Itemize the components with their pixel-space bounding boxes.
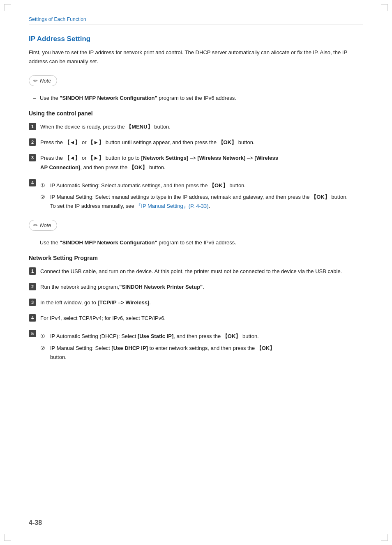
ns-step1-block: 1 Connect the USB cable, and turn on the… <box>29 267 363 276</box>
ns-step1-content: Connect the USB cable, and turn on the d… <box>40 267 363 276</box>
step1-suffix: button. <box>153 124 171 130</box>
step2-bold2: 【►】 <box>88 139 104 145</box>
ns-step5-sub1-bold2: 【OK】 <box>222 333 241 339</box>
page-num-rest: -38 <box>32 519 42 526</box>
note2-pencil-icon: ✏ <box>33 222 38 228</box>
step3-content: Press the 【◄】 or 【►】 button to go to [Ne… <box>40 154 363 172</box>
note1-bold: "SINDOH MFP Network Configuration" <box>60 95 157 101</box>
step4-sub1-num: ① <box>40 181 48 190</box>
ns-step2-bold: "SINDOH Network Printer Setup" <box>119 284 203 290</box>
note1-box: ✏ Note <box>29 75 57 86</box>
note2-bold: "SINDOH MFP Network Configuration" <box>60 239 157 246</box>
ns-step3-bold: [TCP/IP –> Wireless] <box>97 299 149 306</box>
step1-bold: 【MENU】 <box>126 124 152 130</box>
step4-sub2-extra-suffix: . <box>209 203 210 209</box>
ns-step3-num: 3 <box>29 299 36 306</box>
ns-step4-block: 4 For IPv4, select TCP/IPv4; for IPv6, s… <box>29 314 363 323</box>
step3-num: 3 <box>29 154 36 161</box>
step1-num: 1 <box>29 123 36 130</box>
ns-step5-sub1-bold1: [Use Static IP] <box>138 333 173 339</box>
ns-step1-num: 1 <box>29 267 36 275</box>
ns-step5-sub-steps: ① IP Automatic Setting (DHCP): Select [U… <box>40 332 363 361</box>
step4-sub1-bold: 【OK】 <box>209 182 228 189</box>
note2-section: ✏ Note – Use the "SINDOH MFP Network Con… <box>29 220 363 247</box>
note1-content: – Use the "SINDOH MFP Network Configurat… <box>29 94 363 103</box>
step4-sub2-extra-prefix: To set the IP address manually, see <box>50 203 136 209</box>
note1-text-suffix: program to set the IPv6 address. <box>157 95 236 101</box>
step3-bold2: 【►】 <box>88 155 104 161</box>
ns-step5-sub2-mid: to enter network settings, and then pres… <box>148 345 256 351</box>
note1-label: Note <box>40 78 51 84</box>
step2-mid2: button until settings appear, and then p… <box>104 139 218 145</box>
ns-step3-block: 3 In the left window, go to [TCP/IP –> W… <box>29 298 363 307</box>
ns-step5-sub2-prefix: IP Manual Setting: Select <box>50 345 111 351</box>
step3-bold6: 【OK】 <box>129 164 148 170</box>
step4-sub1: ① IP Automatic Setting: Select automatic… <box>40 181 363 190</box>
ns-step5-sub1-num: ① <box>40 332 48 341</box>
corner-bl <box>4 534 11 541</box>
step2-prefix: Press the <box>40 139 65 145</box>
ns-step5-sub2-bold1: [Use DHCP IP] <box>111 345 148 351</box>
step2-block: 2 Press the 【◄】 or 【►】 button until sett… <box>29 138 363 147</box>
step1-prefix: When the device is ready, press the <box>40 124 126 130</box>
ns-step3-suffix: . <box>149 299 151 306</box>
ns-step5-sub2: ② IP Manual Setting: Select [Use DHCP IP… <box>40 344 363 362</box>
page-number: 4-38 <box>29 519 42 527</box>
step4-block: 4 ① IP Automatic Setting: Select automat… <box>29 179 363 213</box>
step3-mid1: or <box>80 155 88 161</box>
step1-block: 1 When the device is ready, press the 【M… <box>29 122 363 131</box>
step4-sub1-prefix: IP Automatic Setting: Select automatic s… <box>50 182 209 189</box>
footer-rule <box>29 516 363 516</box>
ns-step2-block: 2 Run the network setting program,"SINDO… <box>29 283 363 292</box>
ns-step5-sub1-suffix: button. <box>241 333 258 339</box>
note2-content: – Use the "SINDOH MFP Network Configurat… <box>29 238 363 247</box>
step3-mid2: button to go to <box>104 155 141 161</box>
step4-sub2-suffix: button. <box>330 194 348 200</box>
note1-text-prefix: Use the <box>40 95 60 101</box>
note2-label: Note <box>40 222 51 228</box>
step4-sub2-bold: 【OK】 <box>311 194 330 200</box>
step3-bold1: 【◄】 <box>65 155 81 161</box>
ns-step3-content: In the left window, go to [TCP/IP –> Wir… <box>40 298 363 307</box>
step1-content: When the device is ready, press the 【MEN… <box>40 122 363 131</box>
header-rule <box>29 25 363 25</box>
subsection2-title: Network Setting Program <box>29 255 363 261</box>
ns-step5-sub1: ① IP Automatic Setting (DHCP): Select [U… <box>40 332 363 341</box>
section-header: Settings of Each Function <box>29 16 363 22</box>
ns-step5-sub1-mid: , and then press the <box>173 333 222 339</box>
step2-mid1: or <box>80 139 88 145</box>
page-title: IP Address Setting <box>29 35 363 43</box>
ns-step3-prefix: In the left window, go to <box>40 299 97 306</box>
step4-content: ① IP Automatic Setting: Select automatic… <box>40 179 363 213</box>
ns-step2-suffix: . <box>203 284 204 290</box>
ns-step1-text: Connect the USB cable, and turn on the d… <box>40 268 342 274</box>
step2-num: 2 <box>29 138 36 146</box>
note2-text-suffix: program to set the IPv6 address. <box>157 239 236 246</box>
note2-box: ✏ Note <box>29 220 57 231</box>
ns-step5-sub2-bold2: 【OK】 <box>256 345 275 351</box>
page-container: Settings of Each Function IP Address Set… <box>0 0 392 545</box>
ns-step5-block: 5 ① IP Automatic Setting (DHCP): Select … <box>29 329 363 364</box>
ns-step4-text: For IPv4, select TCP/IPv4; for IPv6, sel… <box>40 315 166 321</box>
step2-bold3: 【OK】 <box>218 139 237 145</box>
step2-content: Press the 【◄】 or 【►】 button until settin… <box>40 138 363 147</box>
note1-dash: – <box>33 95 36 101</box>
step4-sub2: ② IP Manual Setting: Select manual setti… <box>40 193 363 211</box>
corner-tl <box>4 4 11 11</box>
step3-block: 3 Press the 【◄】 or 【►】 button to go to [… <box>29 154 363 172</box>
note1-section: ✏ Note – Use the "SINDOH MFP Network Con… <box>29 75 363 103</box>
step3-suffix: , and then press the <box>80 164 129 170</box>
note2-dash: – <box>33 239 36 246</box>
note1-pencil-icon: ✏ <box>33 78 38 84</box>
ns-step5-num: 5 <box>29 330 36 337</box>
ns-step4-num: 4 <box>29 314 36 322</box>
step4-sub2-content: IP Manual Setting: Select manual setting… <box>50 193 363 211</box>
intro-text: First, you have to set the IP address fo… <box>29 48 363 66</box>
step3-end: button. <box>148 164 165 170</box>
step4-sub1-suffix: button. <box>228 182 246 189</box>
step3-prefix: Press the <box>40 155 65 161</box>
step3-mid3: –> <box>188 155 197 161</box>
corner-br <box>381 534 388 541</box>
ns-step2-content: Run the network setting program,"SINDOH … <box>40 283 363 292</box>
step4-sub2-link[interactable]: 『IP Manual Setting』(P. 4-33) <box>136 203 208 209</box>
